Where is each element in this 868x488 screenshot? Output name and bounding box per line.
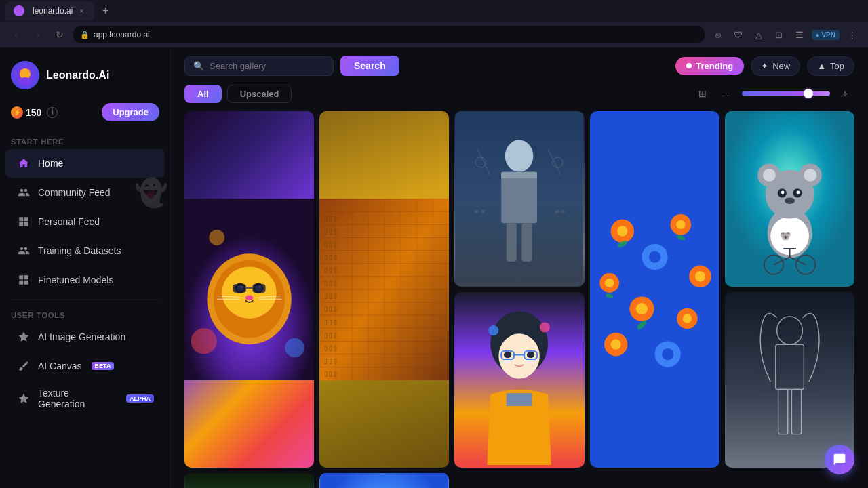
expand-btn-warrior[interactable]: ⤢ (559, 117, 579, 137)
search-button[interactable]: Search (340, 56, 399, 76)
sidebar-item-texture[interactable]: Texture Generation ALPHA (5, 381, 165, 416)
options-btn-pink[interactable]: ••• (264, 479, 284, 488)
training-icon (16, 243, 31, 258)
tab-bar: leonardo.ai × + (0, 0, 868, 22)
extension-icon[interactable]: ⊡ (771, 26, 787, 43)
image-card-colorful-girl[interactable]: # ••• ⤢ (319, 473, 449, 488)
forward-button[interactable]: › (30, 26, 46, 43)
image-card-pink-girl[interactable]: # ••• ⤢ (184, 473, 314, 488)
token-section: ⚡ 150 i Upgrade (0, 100, 170, 132)
options-btn-warrior[interactable]: ••• (534, 117, 555, 137)
options-btn-flowers[interactable]: ••• (669, 117, 690, 137)
texture-icon (16, 391, 31, 406)
expand-btn-dark-warrior[interactable]: ⤢ (829, 298, 849, 318)
zoom-in-icon[interactable]: + (835, 84, 854, 103)
remix-btn-flowers[interactable]: # (645, 117, 665, 137)
image-card-lion[interactable]: # ••• ⤢ (184, 111, 314, 468)
trending-button[interactable]: Trending (675, 57, 744, 75)
image-card-anime-girl[interactable]: # ••• ⤢ (454, 292, 584, 468)
chat-button[interactable] (825, 445, 854, 474)
grid-layout-icon[interactable]: ⊞ (693, 84, 712, 103)
options-btn-colorful[interactable]: ••• (399, 479, 419, 488)
sidebar-item-ai-canvas[interactable]: AI Canvas BETA (5, 352, 165, 380)
browser-nav-icons: ⎋ 🛡 △ ⊡ ☰ ● VPN ⋮ (710, 26, 860, 43)
upgrade-button[interactable]: Upgrade (102, 103, 159, 121)
grid-size-slider[interactable] (742, 92, 830, 96)
sidebar-item-ai-canvas-label: AI Canvas (38, 361, 82, 371)
zoom-out-icon[interactable]: − (717, 84, 736, 103)
filter-upscaled-button[interactable]: Upscaled (227, 85, 292, 103)
image-card-warrior[interactable]: ⊕ ⊗ ⊕ ⊗ # ••• ⤢ (454, 111, 584, 287)
back-button[interactable]: ‹ (8, 26, 24, 43)
tab-close-button[interactable]: × (77, 6, 86, 16)
sidebar-item-finetuned-label: Finetuned Models (38, 274, 113, 285)
expand-btn-anime[interactable]: ⤢ (559, 298, 579, 318)
expand-btn-hieroglyphs[interactable]: ⤢ (423, 117, 443, 137)
tab-title: leonardo.ai (33, 6, 73, 16)
profile-icon[interactable]: ☰ (791, 26, 808, 43)
beta-badge: BETA (92, 362, 115, 370)
expand-btn-pink[interactable]: ⤢ (288, 479, 309, 488)
personal-feed-icon (16, 214, 31, 229)
info-icon[interactable]: i (47, 107, 58, 118)
avatar (11, 61, 39, 89)
options-btn-anime[interactable]: ••• (534, 298, 555, 318)
browser-chrome: leonardo.ai × + ‹ › ↻ 🔒 app.leonardo.ai … (0, 0, 868, 47)
sidebar-item-community-feed-label: Community Feed (38, 187, 111, 198)
user-tools-label: User Tools (0, 306, 170, 322)
address-bar[interactable]: 🔒 app.leonardo.ai (73, 26, 705, 43)
remix-btn-warrior[interactable]: # (510, 117, 530, 137)
sidebar-item-finetuned[interactable]: Finetuned Models (5, 266, 165, 294)
new-button[interactable]: ✦ New (751, 56, 800, 76)
options-btn-lion[interactable]: ••• (264, 117, 284, 137)
filter-all-button[interactable]: All (184, 85, 222, 103)
shield-icon[interactable]: 🛡 (730, 26, 747, 43)
share-icon[interactable]: ⎋ (710, 26, 726, 43)
sidebar-item-training[interactable]: Training & Datasets (5, 237, 165, 265)
top-icon: ▲ (817, 61, 826, 71)
trending-dot (686, 63, 692, 68)
reload-button[interactable]: ↻ (52, 26, 68, 43)
ai-image-icon (16, 329, 31, 344)
top-button[interactable]: ▲ Top (807, 56, 854, 76)
image-card-hieroglyphs[interactable]: 𓀀 𓂋 𓏏 𓄿 𓅱 𓆑 𓇋 𓎡 𓂧 𓈖 𓅓 𓇌 𓀀 𓁹 𓂋 𓄿 𓅱 𓆑 𓇋 𓎡 … (319, 111, 449, 468)
remix-btn-pink[interactable]: # (239, 479, 260, 488)
search-input[interactable] (210, 61, 304, 71)
search-box-icon: 🔍 (193, 61, 204, 71)
remix-btn-anime[interactable]: # (510, 298, 530, 318)
alert-icon[interactable]: △ (751, 26, 767, 43)
sidebar-item-ai-image[interactable]: AI Image Generation (5, 323, 165, 351)
remix-btn-hieroglyphs[interactable]: # (374, 117, 395, 137)
menu-icon[interactable]: ⋮ (844, 26, 860, 43)
url-text: app.leonardo.ai (94, 30, 150, 39)
navigation-bar: ‹ › ↻ 🔒 app.leonardo.ai ⎋ 🛡 △ ⊡ ☰ ● VPN … (0, 22, 868, 47)
options-btn-koala[interactable]: ••• (804, 117, 825, 137)
expand-btn-lion[interactable]: ⤢ (288, 117, 309, 137)
grid-controls: ⊞ − + (693, 84, 854, 103)
image-card-koala[interactable]: 🐨 (725, 111, 854, 287)
expand-btn-colorful[interactable]: ⤢ (423, 479, 443, 488)
sidebar-divider (11, 300, 159, 300)
ai-canvas-icon (16, 359, 31, 373)
token-number: 150 (26, 107, 41, 118)
home-icon (16, 156, 31, 171)
expand-btn-flowers[interactable]: ⤢ (694, 117, 714, 137)
options-btn-dark-warrior[interactable]: ••• (804, 298, 825, 318)
sidebar-item-community-feed[interactable]: Community Feed 👻 (5, 178, 165, 207)
image-card-dark-warrior[interactable]: ••• ⤢ (725, 292, 854, 468)
app-layout: Leonardo.Ai ⚡ 150 i Upgrade Start Here H… (0, 47, 868, 488)
active-tab[interactable]: leonardo.ai × (5, 1, 94, 20)
sidebar-item-training-label: Training & Datasets (38, 245, 121, 256)
remix-btn-koala[interactable]: # (780, 117, 800, 137)
image-card-flowers[interactable]: # ••• ⤢ (590, 111, 719, 468)
main-content: 🔍 Search Trending ✦ New ▲ Top All Upscal… (171, 47, 868, 488)
sidebar-item-personal-feed-label: Personal Feed (38, 216, 100, 227)
new-tab-button[interactable]: + (97, 3, 113, 19)
expand-btn-koala[interactable]: ⤢ (829, 117, 849, 137)
ghost-decoration: 👻 (131, 172, 171, 213)
remix-btn-colorful[interactable]: # (374, 479, 395, 488)
remix-btn-lion[interactable]: # (239, 117, 260, 137)
options-btn-hieroglyphs[interactable]: ••• (399, 117, 419, 137)
content-header: 🔍 Search Trending ✦ New ▲ Top (171, 47, 868, 81)
sidebar: Leonardo.Ai ⚡ 150 i Upgrade Start Here H… (0, 47, 171, 488)
